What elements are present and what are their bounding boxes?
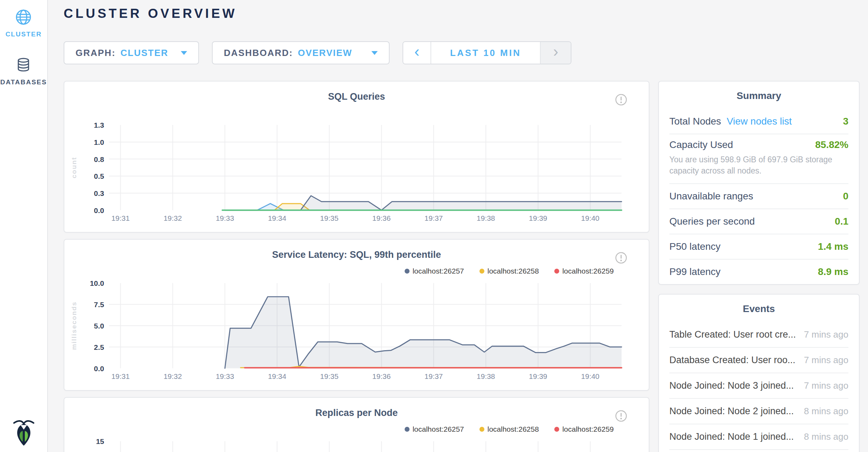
- chevron-right-icon: ›: [553, 44, 558, 59]
- view-nodes-list-link[interactable]: View nodes list: [727, 116, 792, 127]
- event-label: Table Created: User root cre...: [669, 329, 796, 340]
- summary-panel: Summary Total Nodes View nodes list 3 Ca…: [658, 81, 860, 285]
- svg-text:19:35: 19:35: [320, 214, 338, 222]
- svg-text:0.8: 0.8: [94, 155, 104, 163]
- event-row[interactable]: Table Created: User root cre... 7 mins a…: [669, 322, 848, 348]
- svg-text:19:34: 19:34: [268, 214, 286, 222]
- event-time: 8 mins ago: [797, 431, 848, 442]
- time-next-button[interactable]: ›: [540, 42, 571, 64]
- summary-value: 3: [843, 116, 848, 127]
- svg-text:19:33: 19:33: [216, 214, 234, 222]
- svg-text:19:37: 19:37: [425, 214, 443, 222]
- summary-label: P99 latency: [669, 266, 720, 277]
- replicas-per-node-panel: Replicas per Node localhost:26257 localh…: [64, 397, 649, 452]
- dashboard-dropdown-label: DASHBOARD:: [224, 48, 293, 58]
- event-time: 8 mins ago: [797, 406, 848, 417]
- svg-text:1.3: 1.3: [94, 121, 104, 129]
- sql-queries-panel: SQL Queries 0.00.30.50.81.01.319:3119:32…: [64, 81, 649, 233]
- event-time: 7 mins ago: [797, 355, 848, 366]
- time-range-button[interactable]: LAST 10 MIN: [431, 42, 540, 64]
- summary-value: 0: [843, 191, 848, 202]
- dashboard-dropdown[interactable]: DASHBOARD: OVERVIEW: [212, 41, 390, 64]
- event-row[interactable]: Node Joined: Node 2 joined... 8 mins ago: [669, 399, 848, 424]
- svg-text:2.5: 2.5: [94, 343, 104, 351]
- right-column: Summary Total Nodes View nodes list 3 Ca…: [658, 81, 860, 452]
- summary-row: Unavailable ranges 0: [669, 184, 848, 209]
- chevron-down-icon: [181, 51, 187, 55]
- svg-text:19:37: 19:37: [425, 372, 443, 380]
- service-latency-chart: 0.02.55.07.510.019:3119:3219:3319:3419:3…: [64, 240, 649, 390]
- summary-label: P50 latency: [669, 241, 720, 252]
- svg-text:19:36: 19:36: [372, 372, 391, 380]
- svg-text:0.5: 0.5: [94, 172, 104, 180]
- svg-text:19:40: 19:40: [581, 372, 599, 380]
- time-range-selector: ‹ LAST 10 MIN ›: [403, 41, 571, 64]
- graph-dropdown-label: GRAPH:: [76, 48, 116, 58]
- svg-text:19:34: 19:34: [268, 372, 286, 380]
- svg-text:milliseconds: milliseconds: [70, 302, 78, 350]
- summary-row: P99 latency 8.9 ms: [669, 260, 848, 284]
- svg-text:19:40: 19:40: [581, 214, 599, 222]
- replicas-per-node-chart: 035810131519:3119:3219:3319:3419:3519:36…: [64, 398, 649, 452]
- svg-text:19:32: 19:32: [164, 214, 182, 222]
- svg-text:0.0: 0.0: [94, 206, 104, 214]
- svg-text:0.0: 0.0: [94, 365, 104, 373]
- controls-bar: GRAPH: CLUSTER DASHBOARD: OVERVIEW ‹ LAS…: [64, 41, 571, 64]
- svg-text:19:31: 19:31: [111, 214, 129, 222]
- events-panel: Events Table Created: User root cre... 7…: [658, 294, 860, 452]
- svg-text:19:36: 19:36: [372, 214, 391, 222]
- svg-text:19:38: 19:38: [477, 214, 495, 222]
- events-title: Events: [669, 295, 848, 322]
- svg-text:19:33: 19:33: [216, 372, 234, 380]
- summary-row-total-nodes: Total Nodes View nodes list 3: [669, 109, 848, 134]
- svg-text:19:35: 19:35: [320, 372, 338, 380]
- svg-text:10.0: 10.0: [90, 279, 104, 287]
- summary-label: Total Nodes: [669, 116, 721, 127]
- svg-text:19:39: 19:39: [529, 214, 547, 222]
- page-title: CLUSTER OVERVIEW: [64, 6, 237, 21]
- summary-label: Unavailable ranges: [669, 191, 753, 202]
- sidebar-item-label: CLUSTER: [6, 30, 42, 38]
- svg-text:count: count: [70, 157, 78, 178]
- svg-text:15: 15: [96, 437, 104, 445]
- summary-row: P50 latency 1.4 ms: [669, 234, 848, 260]
- main-content: CLUSTER OVERVIEW GRAPH: CLUSTER DASHBOAR…: [48, 0, 868, 452]
- summary-title: Summary: [669, 82, 848, 109]
- svg-text:5.0: 5.0: [94, 322, 104, 330]
- summary-row: Queries per second 0.1: [669, 209, 848, 234]
- event-time: 7 mins ago: [797, 329, 848, 340]
- globe-icon: [15, 9, 31, 25]
- sidebar-item-cluster[interactable]: CLUSTER: [6, 9, 42, 38]
- svg-text:1.0: 1.0: [94, 138, 104, 146]
- sidebar-item-databases[interactable]: DATABASES: [0, 57, 47, 86]
- time-prev-button[interactable]: ‹: [403, 42, 431, 64]
- service-latency-panel: Service Latency: SQL, 99th percentile lo…: [64, 239, 649, 391]
- svg-text:19:31: 19:31: [111, 372, 129, 380]
- chevron-down-icon: [371, 51, 378, 55]
- event-row[interactable]: Node Joined: Node 1 joined... 8 mins ago: [669, 424, 848, 450]
- cockroach-bug-icon: [12, 418, 35, 446]
- graph-dropdown-value: CLUSTER: [121, 48, 169, 58]
- event-label: Database Created: User roo...: [669, 355, 795, 366]
- event-label: Node Joined: Node 1 joined...: [669, 431, 794, 442]
- summary-value: 8.9 ms: [818, 266, 848, 277]
- summary-value: 85.82%: [815, 139, 848, 150]
- event-label: Node Joined: Node 2 joined...: [669, 406, 794, 417]
- sidebar-item-label: DATABASES: [0, 78, 47, 86]
- svg-text:19:39: 19:39: [529, 372, 547, 380]
- summary-value: 1.4 ms: [818, 241, 848, 252]
- sql-queries-chart: 0.00.30.50.81.01.319:3119:3219:3319:3419…: [64, 82, 649, 232]
- svg-text:19:32: 19:32: [164, 372, 182, 380]
- sidebar: CLUSTER DATABASES: [0, 0, 48, 452]
- event-row[interactable]: Database Created: User roo... 7 mins ago: [669, 348, 848, 373]
- summary-label: Capacity Used: [669, 139, 733, 150]
- summary-label: Queries per second: [669, 216, 755, 227]
- database-icon: [15, 57, 31, 73]
- svg-text:19:38: 19:38: [477, 372, 495, 380]
- summary-value: 0.1: [835, 216, 848, 227]
- svg-text:0.3: 0.3: [94, 189, 104, 197]
- graph-dropdown[interactable]: GRAPH: CLUSTER: [64, 41, 199, 64]
- chevron-left-icon: ‹: [414, 44, 420, 59]
- dashboard-dropdown-value: OVERVIEW: [298, 48, 353, 58]
- event-row[interactable]: Node Joined: Node 3 joined... 7 mins ago: [669, 373, 848, 399]
